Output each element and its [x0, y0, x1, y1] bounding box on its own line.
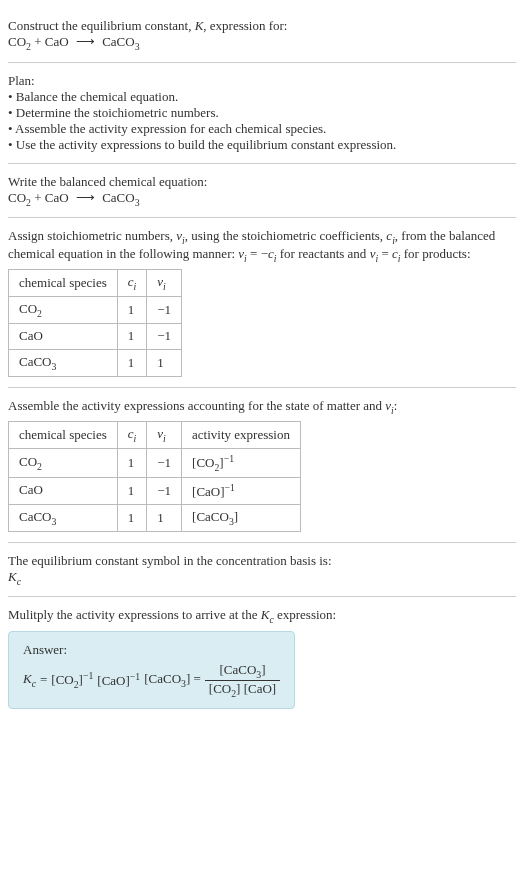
- text: CaCO: [102, 190, 135, 205]
- kc-symbol: Kc: [8, 569, 516, 587]
- plan-bullet: • Determine the stoichiometric numbers.: [8, 105, 516, 121]
- subscript: i: [134, 281, 137, 292]
- superscript: −1: [224, 453, 234, 464]
- cell-nu: −1: [147, 296, 182, 323]
- cell-activity: [CaO]−1: [182, 477, 301, 504]
- species: CaO: [45, 34, 69, 49]
- subscript: i: [134, 433, 137, 444]
- text: for reactants and: [277, 246, 370, 261]
- equals: =: [40, 672, 47, 688]
- table-row: CaCO3 1 1: [9, 350, 182, 377]
- activity-table: chemical species ci νi activity expressi…: [8, 421, 301, 531]
- answer-label: Answer:: [23, 642, 280, 658]
- text: for products:: [400, 246, 470, 261]
- col-nu: νi: [147, 270, 182, 297]
- superscript: −1: [130, 671, 140, 682]
- text: CO: [8, 190, 26, 205]
- numerator: [CaCO3]: [205, 662, 280, 681]
- text: , using the stoichiometric coefficients,: [185, 228, 387, 243]
- cell-species: CaCO3: [9, 505, 118, 532]
- text: CaO: [19, 328, 43, 343]
- col-species: chemical species: [9, 422, 118, 449]
- text: ]: [261, 662, 265, 677]
- plan-bullet: • Balance the chemical equation.: [8, 89, 516, 105]
- kc: Kc: [23, 671, 36, 689]
- balanced-title: Write the balanced chemical equation:: [8, 174, 516, 190]
- text: [CO: [209, 681, 231, 696]
- text: [CaO]: [97, 673, 130, 688]
- text: , expression for:: [203, 18, 287, 33]
- table-row: chemical species ci νi: [9, 270, 182, 297]
- plan-bullet: • Use the activity expressions to build …: [8, 137, 516, 153]
- term: [CaO]−1: [97, 671, 140, 689]
- text: Mulitply the activity expressions to arr…: [8, 607, 261, 622]
- text: ] =: [186, 671, 201, 686]
- plan-section: Plan: • Balance the chemical equation. •…: [8, 63, 516, 164]
- answer-expression: Kc = [CO2]−1 [CaO]−1 [CaCO3] = [CaCO3] […: [23, 662, 280, 698]
- symbol-section: The equilibrium constant symbol in the c…: [8, 543, 516, 598]
- cell-c: 1: [117, 477, 147, 504]
- text: [CaO]: [244, 681, 277, 696]
- cell-species: CO2: [9, 296, 118, 323]
- text: Assemble the activity expressions accoun…: [8, 398, 385, 413]
- arrow-icon: ⟶: [72, 190, 99, 206]
- text: [CaCO: [219, 662, 256, 677]
- text: ]: [234, 509, 238, 524]
- table-row: CaO 1 −1: [9, 323, 182, 350]
- text: =: [378, 246, 392, 261]
- species: CaO: [45, 190, 69, 205]
- cell-species: CO2: [9, 448, 118, 477]
- stoich-table: chemical species ci νi CO2 1 −1 CaO 1 −1…: [8, 269, 182, 376]
- cell-species: CaO: [9, 323, 118, 350]
- table-row: chemical species ci νi activity expressi…: [9, 422, 301, 449]
- text: CaO: [19, 482, 43, 497]
- subscript: 3: [135, 196, 140, 207]
- equation: CO2 + CaO ⟶ CaCO3: [8, 190, 516, 208]
- subscript: 2: [37, 308, 42, 319]
- text: Construct the equilibrium constant,: [8, 18, 195, 33]
- cell-nu: 1: [147, 505, 182, 532]
- fraction: [CaCO3] [CO2] [CaO]: [205, 662, 280, 698]
- prompt-line: Construct the equilibrium constant, K, e…: [8, 18, 516, 34]
- k-symbol: K: [23, 671, 32, 686]
- text: expression:: [274, 607, 336, 622]
- text: CaCO: [19, 509, 52, 524]
- stoich-intro: Assign stoichiometric numbers, νi, using…: [8, 228, 516, 263]
- cell-c: 1: [117, 350, 147, 377]
- species: CO2: [8, 34, 31, 49]
- multiply-line: Mulitply the activity expressions to arr…: [8, 607, 516, 625]
- species: CaCO3: [102, 190, 139, 205]
- text: Assign stoichiometric numbers,: [8, 228, 176, 243]
- col-activity: activity expression: [182, 422, 301, 449]
- activity-title: Assemble the activity expressions accoun…: [8, 398, 516, 416]
- subscript: 3: [135, 41, 140, 52]
- text: CaCO: [19, 354, 52, 369]
- superscript: −1: [225, 482, 235, 493]
- cell-activity: [CO2]−1: [182, 448, 301, 477]
- col-c: ci: [117, 270, 147, 297]
- subscript: i: [163, 433, 166, 444]
- cell-species: CaCO3: [9, 350, 118, 377]
- problem-statement: Construct the equilibrium constant, K, e…: [8, 8, 516, 63]
- k-symbol: K: [8, 569, 17, 584]
- text: ]: [236, 681, 244, 696]
- table-row: CaO 1 −1 [CaO]−1: [9, 477, 301, 504]
- cell-nu: −1: [147, 448, 182, 477]
- subscript: i: [163, 281, 166, 292]
- table-row: CaCO3 1 1 [CaCO3]: [9, 505, 301, 532]
- plus: +: [31, 34, 45, 49]
- col-species: chemical species: [9, 270, 118, 297]
- subscript: 3: [52, 516, 57, 527]
- plus: +: [31, 190, 45, 205]
- text: :: [394, 398, 398, 413]
- stoichiometric-section: Assign stoichiometric numbers, νi, using…: [8, 218, 516, 388]
- table-row: CO2 1 −1 [CO2]−1: [9, 448, 301, 477]
- cell-nu: −1: [147, 477, 182, 504]
- activity-section: Assemble the activity expressions accoun…: [8, 388, 516, 543]
- text: CO: [8, 34, 26, 49]
- table-row: CO2 1 −1: [9, 296, 182, 323]
- cell-c: 1: [117, 505, 147, 532]
- text: = −: [247, 246, 268, 261]
- text: [CaCO: [192, 509, 229, 524]
- text: [CaO]: [192, 484, 225, 499]
